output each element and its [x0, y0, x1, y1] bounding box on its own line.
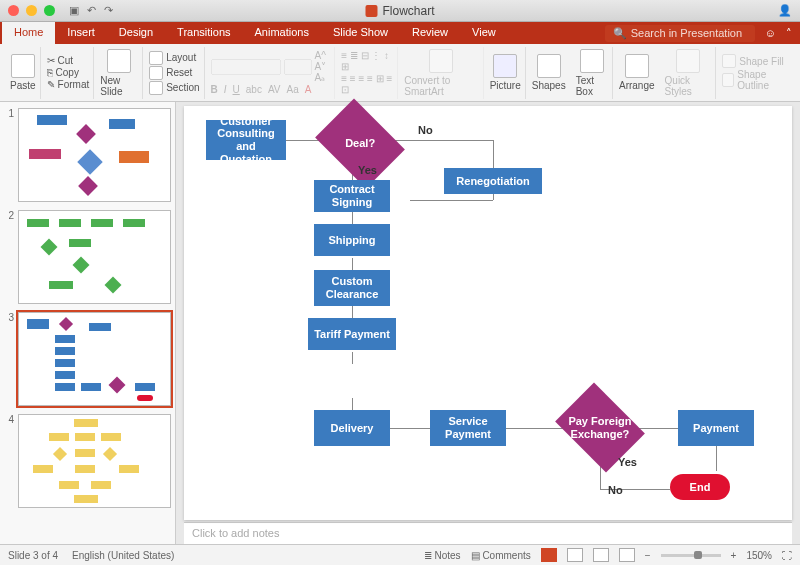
- tab-view[interactable]: View: [460, 22, 508, 44]
- slide-thumbnails: 1 2: [0, 102, 176, 544]
- zoom-button[interactable]: [44, 5, 55, 16]
- zoom-level[interactable]: 150%: [746, 550, 772, 561]
- normal-view-button[interactable]: [541, 548, 557, 562]
- paragraph-group: ≡ ≣ ⊟ ⋮ ↕ ⊞ ≡ ≡ ≡ ≡ ⊞ ≡ ⊡: [337, 47, 398, 99]
- fit-button[interactable]: ⛶: [782, 550, 792, 561]
- minimize-button[interactable]: [26, 5, 37, 16]
- node-payment[interactable]: Payment: [678, 410, 754, 446]
- node-tariff[interactable]: Tariff Payment: [308, 318, 396, 350]
- thumbnail-4[interactable]: 4: [4, 414, 171, 508]
- tab-home[interactable]: Home: [2, 22, 55, 44]
- layout-button[interactable]: Layout: [149, 51, 199, 65]
- zoom-slider[interactable]: [661, 554, 721, 557]
- node-custom[interactable]: Custom Clearance: [314, 270, 390, 306]
- cut-button[interactable]: ✂Cut: [47, 55, 90, 66]
- tab-insert[interactable]: Insert: [55, 22, 107, 44]
- tab-review[interactable]: Review: [400, 22, 460, 44]
- node-renegotiation[interactable]: Renegotiation: [444, 168, 542, 194]
- node-contract[interactable]: Contract Signing: [314, 180, 390, 212]
- shapefill-button: Shape Fill: [722, 54, 790, 68]
- label-no: No: [418, 124, 433, 136]
- quickstyles-button: Quick Styles: [665, 49, 712, 97]
- collapse-ribbon-icon[interactable]: ˄: [786, 27, 792, 40]
- tab-design[interactable]: Design: [107, 22, 165, 44]
- zoom-in-button[interactable]: +: [731, 550, 737, 561]
- redo-icon[interactable]: ↷: [104, 4, 113, 17]
- titlebar: ▣ ↶ ↷ Flowchart 👤: [0, 0, 800, 22]
- section-button[interactable]: Section: [149, 81, 199, 95]
- picture-button[interactable]: Picture: [490, 54, 521, 91]
- smartart-button: Convert to SmartArt: [404, 49, 478, 97]
- label-no2: No: [608, 484, 623, 496]
- scissors-icon: ✂: [47, 55, 55, 66]
- app-icon: [365, 5, 377, 17]
- reset-button[interactable]: Reset: [149, 66, 199, 80]
- window-controls: [8, 5, 55, 16]
- save-icon[interactable]: ▣: [69, 4, 79, 17]
- node-service[interactable]: Service Payment: [430, 410, 506, 446]
- quick-access-toolbar: ▣ ↶ ↷: [69, 4, 113, 17]
- tab-animations[interactable]: Animations: [243, 22, 321, 44]
- label-yes2: Yes: [618, 456, 637, 468]
- language-indicator[interactable]: English (United States): [72, 550, 174, 561]
- zoom-out-button[interactable]: −: [645, 550, 651, 561]
- smiley-icon[interactable]: ☺: [765, 27, 776, 39]
- textbox-button[interactable]: Text Box: [576, 49, 608, 97]
- notes-pane[interactable]: Click to add notes: [184, 522, 792, 544]
- label-yes: Yes: [358, 164, 377, 176]
- slide-indicator: Slide 3 of 4: [8, 550, 58, 561]
- slideshow-view-button[interactable]: [619, 548, 635, 562]
- window-title: Flowchart: [365, 4, 434, 18]
- new-slide-button[interactable]: New Slide: [100, 49, 138, 97]
- statusbar: Slide 3 of 4 English (United States) ≣ N…: [0, 544, 800, 565]
- thumbnail-2[interactable]: 2: [4, 210, 171, 304]
- undo-icon[interactable]: ↶: [87, 4, 96, 17]
- search-input[interactable]: 🔍 Search in Presentation: [605, 25, 755, 42]
- format-button[interactable]: ✎Format: [47, 79, 90, 90]
- search-icon: 🔍: [613, 27, 627, 40]
- ribbon: Paste ✂Cut ⎘Copy ✎Format New Slide Layou…: [0, 44, 800, 102]
- reading-view-button[interactable]: [593, 548, 609, 562]
- user-icon[interactable]: 👤: [778, 4, 792, 17]
- node-end[interactable]: End: [670, 474, 730, 500]
- notes-toggle[interactable]: ≣ Notes: [424, 550, 461, 561]
- tab-transitions[interactable]: Transitions: [165, 22, 242, 44]
- copy-icon: ⎘: [47, 67, 53, 78]
- sorter-view-button[interactable]: [567, 548, 583, 562]
- copy-button[interactable]: ⎘Copy: [47, 67, 90, 78]
- font-group: A^ A˅ Aₐ BIUabcAVAaA: [207, 47, 336, 99]
- ribbon-tabs: Home Insert Design Transitions Animation…: [0, 22, 800, 44]
- thumbnail-1[interactable]: 1: [4, 108, 171, 202]
- brush-icon: ✎: [47, 79, 55, 90]
- shapeoutline-button: Shape Outline: [722, 69, 790, 91]
- close-button[interactable]: [8, 5, 19, 16]
- slide-canvas[interactable]: Customer Consulting and Quotation Deal? …: [184, 106, 792, 520]
- paste-button[interactable]: Paste: [10, 54, 36, 91]
- node-customer[interactable]: Customer Consulting and Quotation: [206, 120, 286, 160]
- thumbnail-3[interactable]: 3: [4, 312, 171, 406]
- tab-slideshow[interactable]: Slide Show: [321, 22, 400, 44]
- arrange-button[interactable]: Arrange: [619, 54, 655, 91]
- node-shipping[interactable]: Shipping: [314, 224, 390, 256]
- shapes-button[interactable]: Shapes: [532, 54, 566, 91]
- comments-toggle[interactable]: ▤ Comments: [471, 550, 531, 561]
- node-delivery[interactable]: Delivery: [314, 410, 390, 446]
